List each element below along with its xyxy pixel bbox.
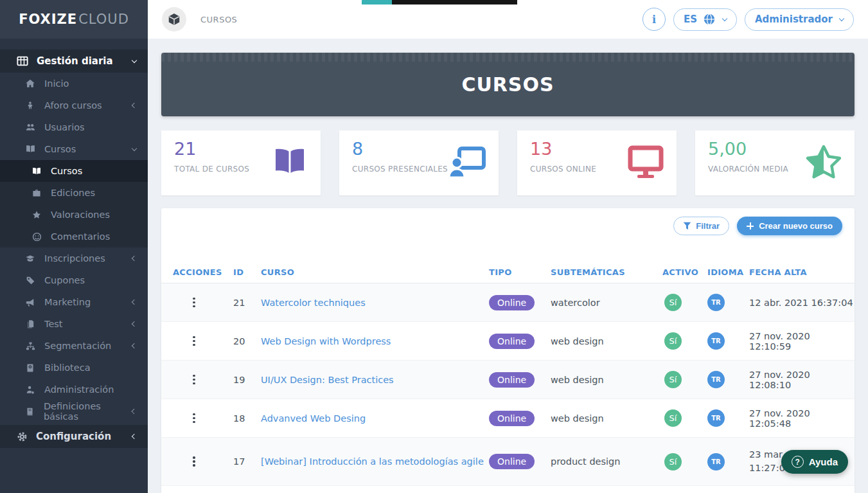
sidebar-item-inicio[interactable]: Inicio: [0, 73, 148, 94]
sidebar-item-comentarios[interactable]: Comentarios: [0, 226, 148, 247]
cursos-submenu: Cursos Ediciones Valoraciones Comentario…: [0, 160, 148, 247]
globe-icon: [703, 13, 716, 26]
idioma-badge: TR: [707, 294, 725, 311]
filter-button[interactable]: Filtrar: [673, 217, 729, 235]
sidebar-item-label: Valoraciones: [51, 210, 110, 220]
sidebar-item-cursos[interactable]: Cursos: [0, 138, 148, 160]
kebab-menu-button[interactable]: [190, 372, 233, 388]
activo-badge: Sí: [664, 332, 682, 350]
course-link[interactable]: Web Design with Wordpress: [261, 336, 391, 346]
progress-bar: [362, 0, 517, 4]
sidebar-section-configuracion[interactable]: Configuración: [0, 425, 148, 448]
open-book-icon: [272, 146, 308, 181]
fecha-cell: 27 nov. 2020 12:10:59: [749, 331, 855, 352]
sidebar-item-test[interactable]: Test: [0, 313, 148, 335]
tipo-badge: Online: [489, 295, 535, 310]
sidebar-item-definiciones-basicas[interactable]: Definiciones básicas: [0, 400, 148, 422]
column-activo[interactable]: ACTIVO: [662, 267, 707, 277]
id-cell: 19: [233, 375, 261, 385]
table-row: 18 Advanved Web Desing Online web design…: [161, 399, 855, 438]
sidebar-item-cursos-sub[interactable]: Cursos: [0, 160, 148, 182]
stat-label: VALORACIÓN MEDIA: [708, 165, 788, 174]
actions-cell: [173, 334, 233, 349]
help-button[interactable]: ? Ayuda: [781, 450, 848, 474]
tipo-badge: Online: [489, 454, 535, 469]
breadcrumb: CURSOS: [200, 15, 237, 24]
course-link[interactable]: UI/UX Design: Best Practices: [261, 375, 394, 385]
column-fecha-alta[interactable]: FECHA ALTA: [749, 267, 855, 277]
idioma-cell: TR: [707, 409, 749, 427]
sidebar-item-label: Aforo cursos: [44, 100, 102, 111]
sidebar-item-usuarios[interactable]: Usuarios: [0, 116, 148, 138]
column-id[interactable]: ID: [233, 267, 261, 277]
sidebar-item-marketing[interactable]: Marketing: [0, 291, 148, 313]
page-title: CURSOS: [461, 73, 554, 96]
user-menu[interactable]: Administrador: [745, 8, 854, 31]
kebab-menu-button[interactable]: [190, 334, 233, 349]
sidebar-item-aforo-cursos[interactable]: Aforo cursos: [0, 94, 148, 116]
chevron-left-icon: [132, 103, 137, 108]
tipo-cell: Online: [489, 411, 551, 426]
sidebar-section-gestion-diaria[interactable]: Gestión diaria: [0, 49, 148, 73]
brand-logo[interactable]: FOXIZE CLOUD: [0, 0, 148, 39]
column-acciones[interactable]: ACCIONES: [173, 267, 233, 277]
curso-cell: UI/UX Design: Best Practices: [261, 375, 489, 385]
activo-badge: Sí: [664, 409, 682, 427]
sidebar-item-valoraciones[interactable]: Valoraciones: [0, 204, 148, 226]
sidebar-item-label: Definiciones básicas: [44, 401, 132, 422]
activo-cell: Sí: [662, 294, 707, 311]
person-icon: [24, 100, 36, 111]
create-course-button[interactable]: Crear nuevo curso: [737, 217, 842, 235]
brand-light: CLOUD: [78, 12, 129, 27]
sidebar-item-label: Segmentación: [44, 341, 111, 351]
id-cell: 17: [233, 456, 261, 467]
idioma-badge: TR: [707, 453, 725, 471]
info-button[interactable]: i: [642, 8, 666, 31]
column-curso[interactable]: CURSO: [261, 267, 489, 277]
chevron-left-icon: [132, 343, 137, 348]
sidebar-item-label: Ediciones: [51, 188, 95, 198]
language-selector[interactable]: ES: [673, 8, 737, 31]
sidebar-item-label: Biblioteca: [44, 363, 91, 373]
user-menu-label: Administrador: [755, 13, 833, 25]
actions-cell: [173, 295, 233, 310]
chevron-down-icon: [132, 57, 137, 62]
stat-label: TOTAL DE CURSOS: [174, 165, 249, 174]
help-button-label: Ayuda: [809, 456, 838, 467]
kebab-menu-button[interactable]: [190, 454, 233, 469]
sidebar-item-ediciones[interactable]: Ediciones: [0, 182, 148, 204]
sidebar-item-cupones[interactable]: Cupones: [0, 269, 148, 291]
idioma-badge: TR: [707, 409, 725, 427]
home-icon: [24, 78, 36, 89]
megaphone-icon: [24, 298, 36, 307]
open-book-icon: [31, 166, 42, 176]
course-link[interactable]: [Webinar] Introducción a las metodología…: [261, 456, 484, 467]
idioma-cell: TR: [707, 332, 749, 350]
sidebar-item-biblioteca[interactable]: Biblioteca: [0, 357, 148, 379]
module-button[interactable]: [162, 7, 186, 31]
activo-badge: Sí: [664, 371, 682, 388]
column-tipo[interactable]: TIPO: [489, 267, 551, 277]
star-icon: [31, 210, 42, 220]
sidebar-item-inscripciones[interactable]: Inscripciones: [0, 247, 148, 269]
sidebar-section-label: Gestión diaria: [37, 55, 113, 67]
calendar-grid-icon: [17, 55, 28, 67]
stat-value: 13: [530, 139, 596, 159]
plus-icon: [747, 222, 754, 229]
table-row: 16 Análisis de textos Online writing Sí …: [161, 486, 855, 493]
kebab-menu-button[interactable]: [190, 295, 233, 310]
graduation-cap-icon: [24, 254, 36, 264]
column-subtematicas[interactable]: SUBTEMÁTICAS: [551, 267, 662, 277]
chevron-left-icon: [132, 434, 137, 439]
course-link[interactable]: Watercolor techniques: [261, 298, 366, 308]
sidebar-item-administracion[interactable]: Administración: [0, 379, 148, 400]
column-idioma[interactable]: IDIOMA: [707, 267, 749, 277]
table-header: ACCIONES ID CURSO TIPO SUBTEMÁTICAS ACTI…: [161, 261, 855, 283]
stat-value: 21: [174, 139, 249, 159]
language-code: ES: [684, 13, 697, 25]
course-link[interactable]: Advanved Web Desing: [261, 413, 366, 424]
kebab-menu-button[interactable]: [190, 411, 233, 426]
actions-cell: [173, 411, 233, 426]
page-content: CURSOS 21 TOTAL DE CURSOS 8 CURSOS PRESE…: [148, 39, 868, 493]
sidebar-item-segmentacion[interactable]: Segmentación: [0, 335, 148, 357]
